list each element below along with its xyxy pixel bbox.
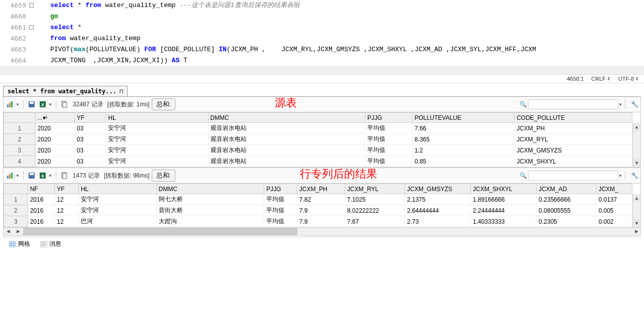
table-row[interactable]: 1201612安宁河阿七大桥平均值7.827.10252.13751.89166… (4, 194, 632, 205)
column-header[interactable]: YF (74, 113, 106, 123)
scroll-up-icon[interactable]: ▲ (633, 194, 640, 202)
svg-rect-8 (63, 102, 67, 107)
table-row[interactable]: 3202003安宁河观音岩水电站平均值1.2JCXM_GMSYZS (4, 145, 632, 156)
column-header[interactable]: PJJG (365, 113, 412, 123)
grid-icon (9, 241, 16, 247)
search-dropdown[interactable]: ▼ (618, 174, 622, 178)
bottom-tab-bar: 网格 消息 (3, 237, 641, 251)
column-header[interactable]: DMMC (208, 113, 365, 123)
code-line[interactable]: 4660go (0, 11, 644, 22)
table-row[interactable]: 2202003安宁河观音岩水电站平均值8.365JCXM_RYL (4, 134, 632, 145)
svg-rect-0 (7, 104, 9, 107)
fold-icon[interactable]: - (29, 25, 34, 30)
svg-text:X: X (41, 174, 44, 179)
scroll-left-icon[interactable]: ◀ (4, 228, 14, 235)
panel1-toolbar: ▼ X ▼ 32487 记录 [抓取数据: 1ms] 总和: 源表 🔍 ▼ 🔧 (3, 97, 641, 112)
code-line[interactable]: 4664JCXM_TONG ,JCXM_XIN,JCXM_XI)) AS T (0, 55, 644, 66)
table-row[interactable]: 3201612巴河大蹬沟平均值7.97.672.731.403333330.23… (4, 216, 632, 227)
column-header[interactable]: HL (78, 184, 156, 194)
messages-icon (40, 241, 47, 247)
column-header[interactable]: POLLUTEVALUE (412, 113, 514, 123)
tab-grid[interactable]: 网格 (7, 239, 32, 249)
scroll-up-icon[interactable]: ▲ (633, 123, 640, 131)
save-icon[interactable] (27, 100, 36, 109)
code-line[interactable]: 4662from water_quality_temp (0, 33, 644, 44)
panel1-sum-button[interactable]: 总和: (152, 98, 176, 110)
copy-icon[interactable] (60, 100, 69, 109)
column-header[interactable]: JCXM_GMSYZS (405, 184, 471, 194)
export-dropdown[interactable]: ▼ (48, 174, 52, 178)
panel1-vscroll[interactable]: ▲ ▼ (632, 123, 640, 167)
settings-icon[interactable]: 🔧 (631, 101, 638, 108)
column-header[interactable]: ...▾¹ (35, 113, 74, 123)
sql-editor[interactable]: 4659-select * from water_quality_temp --… (0, 0, 644, 75)
column-header[interactable] (4, 113, 36, 123)
fold-icon[interactable]: - (29, 3, 34, 8)
column-header[interactable]: PJJG (264, 184, 297, 194)
search-dropdown[interactable]: ▼ (618, 102, 622, 107)
column-header[interactable]: JCXM_AD (536, 184, 596, 194)
svg-rect-18 (9, 241, 16, 247)
encoding[interactable]: UTF-8⇕ (618, 76, 639, 82)
chart-icon[interactable] (6, 171, 15, 180)
column-header[interactable]: DMMC (156, 184, 264, 194)
scroll-down-icon[interactable]: ▼ (633, 219, 640, 227)
panel2-fetch-time: [抓取数据: 96ms] (104, 172, 150, 180)
scroll-down-icon[interactable]: ▼ (633, 159, 640, 167)
copy-icon[interactable] (60, 171, 69, 180)
column-header[interactable]: JCXM_ (596, 184, 632, 194)
panel1-grid[interactable]: ...▾¹YFHLDMMCPJJGPOLLUTEVALUECODE_POLLUT… (3, 112, 641, 168)
export-dropdown[interactable]: ▼ (48, 102, 52, 107)
code-line[interactable]: 4659-select * from water_quality_temp --… (0, 0, 644, 11)
column-header[interactable]: JCXM_PH (297, 184, 345, 194)
svg-rect-13 (30, 173, 34, 175)
svg-rect-17 (63, 174, 67, 179)
column-header[interactable]: CODE_POLLUTE (514, 113, 632, 123)
svg-text:X: X (41, 102, 44, 107)
svg-rect-10 (9, 174, 11, 179)
table-row[interactable]: 1202003安宁河观音岩水电站平均值7.66JCXM_PH (4, 123, 632, 134)
svg-rect-1 (9, 103, 11, 107)
chart-dropdown[interactable]: ▼ (16, 174, 20, 178)
column-header[interactable]: HL (106, 113, 208, 123)
table-row[interactable]: 2201612安宁河昔街大桥平均值7.98.022222222.64444444… (4, 205, 632, 216)
table-row[interactable]: 4202003安宁河观音岩水电站平均值0.85JCXM_SHXYL (4, 156, 632, 167)
excel-icon[interactable]: X (38, 171, 47, 180)
column-header[interactable]: YF (55, 184, 79, 194)
pin-icon[interactable]: ⊓ (120, 88, 123, 95)
panel2-search-input[interactable] (528, 171, 618, 181)
panel1-search-input[interactable] (528, 99, 618, 109)
tab-messages[interactable]: 消息 (38, 239, 63, 249)
search-icon: 🔍 (519, 172, 527, 179)
scroll-right-icon[interactable]: ▶ (14, 228, 24, 235)
line-ending[interactable]: CRLF⇕ (591, 76, 611, 82)
panel2-record-count: 1473 记录 (73, 172, 100, 180)
panel2-sum-button[interactable]: 总和: (152, 170, 176, 182)
chart-dropdown[interactable]: ▼ (16, 102, 20, 107)
column-header[interactable]: NF (28, 184, 55, 194)
panel2-vscroll[interactable]: ▲ ▼ (632, 194, 640, 227)
result-tab-bar: select * from water_quality... ⊓ (3, 86, 641, 97)
scroll-right-icon[interactable]: ▶ (632, 228, 640, 235)
panel2-hscroll[interactable]: ◀ ▶ ▶ (3, 228, 641, 236)
search-icon: 🔍 (519, 101, 527, 108)
svg-rect-11 (11, 173, 13, 179)
code-line[interactable]: 4663PIVOT(max(POLLUTEVALUE) FOR [CODE_PO… (0, 44, 644, 55)
save-icon[interactable] (27, 171, 36, 180)
result-tab[interactable]: select * from water_quality... ⊓ (3, 86, 128, 96)
cursor-position: 4658:1 (567, 76, 584, 82)
column-header[interactable] (4, 184, 28, 194)
editor-hscroll[interactable] (0, 66, 644, 74)
panel1-record-count: 32487 记录 (73, 100, 103, 109)
panel1-fetch-time: [抓取数据: 1ms] (108, 100, 150, 109)
result-tab-label: select * from water_quality... (8, 88, 117, 95)
settings-icon[interactable]: 🔧 (631, 172, 638, 179)
excel-icon[interactable]: X (38, 100, 47, 109)
panel2-grid[interactable]: NFYFHLDMMCPJJGJCXM_PHJCXM_RYLJCXM_GMSYZS… (3, 184, 641, 228)
editor-status-bar: 4658:1 CRLF⇕ UTF-8⇕ (0, 75, 644, 83)
column-header[interactable]: JCXM_SHXYL (471, 184, 536, 194)
code-line[interactable]: 4661-select * (0, 22, 644, 33)
tab-messages-label: 消息 (49, 240, 61, 248)
chart-icon[interactable] (6, 100, 15, 109)
column-header[interactable]: JCXM_RYL (345, 184, 405, 194)
